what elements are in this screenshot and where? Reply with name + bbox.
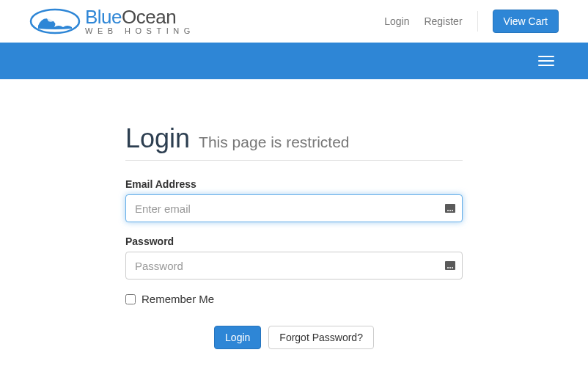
brand-logo[interactable]: BlueOcean WEB HOSTING bbox=[29, 7, 195, 35]
email-group: Email Address bbox=[125, 178, 463, 222]
autofill-icon[interactable] bbox=[445, 204, 455, 213]
page-title-row: Login This page is restricted bbox=[125, 123, 463, 161]
button-row: Login Forgot Password? bbox=[125, 326, 463, 349]
password-group: Password bbox=[125, 235, 463, 280]
view-cart-button[interactable]: View Cart bbox=[493, 10, 559, 33]
forgot-password-button[interactable]: Forgot Password? bbox=[268, 326, 374, 349]
login-link[interactable]: Login bbox=[384, 15, 409, 27]
top-links: Login Register View Cart bbox=[384, 10, 559, 33]
email-label: Email Address bbox=[125, 178, 463, 190]
hamburger-menu-icon[interactable] bbox=[534, 51, 559, 70]
vertical-divider bbox=[477, 11, 478, 32]
remember-row: Remember Me bbox=[125, 293, 463, 305]
nav-bar bbox=[0, 43, 588, 79]
remember-label[interactable]: Remember Me bbox=[142, 293, 214, 305]
register-link[interactable]: Register bbox=[424, 15, 462, 27]
login-button[interactable]: Login bbox=[214, 326, 261, 349]
remember-checkbox[interactable] bbox=[125, 294, 136, 304]
brand-subtitle: WEB HOSTING bbox=[85, 27, 195, 35]
page-subtitle: This page is restricted bbox=[199, 134, 349, 151]
page-title: Login bbox=[125, 123, 190, 154]
email-field[interactable] bbox=[125, 194, 463, 222]
autofill-icon[interactable] bbox=[445, 261, 455, 270]
password-label: Password bbox=[125, 235, 463, 247]
brand-name-blue: Blue bbox=[85, 6, 122, 28]
svg-point-0 bbox=[31, 10, 79, 33]
wave-logo-icon bbox=[29, 8, 81, 34]
brand-name-dark: Ocean bbox=[122, 6, 176, 28]
top-header: BlueOcean WEB HOSTING Login Register Vie… bbox=[0, 0, 588, 43]
password-field[interactable] bbox=[125, 252, 463, 280]
brand-text: BlueOcean WEB HOSTING bbox=[85, 7, 195, 35]
main-content: Login This page is restricted Email Addr… bbox=[118, 123, 470, 349]
